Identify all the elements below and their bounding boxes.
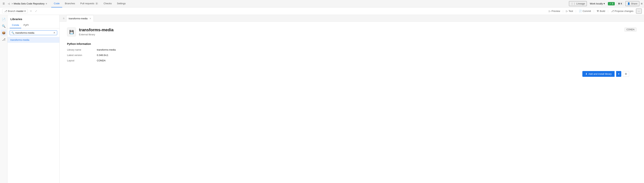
repo-name: Media Sets Code Repository <box>14 2 44 5</box>
more-actions-button[interactable]: ··· <box>636 8 642 13</box>
branch-prefix: Branch <box>8 10 16 12</box>
main-content: ⌂ transforms-media ✕ 💾 transforms-media … <box>60 15 644 183</box>
tab-code[interactable]: Code <box>51 0 62 7</box>
branch-icon: ⎇ <box>4 10 7 12</box>
work-locally-label: Work locally <box>590 2 603 5</box>
preview-label: Preview <box>552 10 560 12</box>
tab-close-icon[interactable]: ✕ <box>90 17 91 20</box>
breadcrumb-separator: > <box>12 2 13 5</box>
library-settings-button[interactable]: ⚙ <box>623 71 629 77</box>
test-label: Test <box>568 10 573 12</box>
merge-icon[interactable]: ⤢ <box>34 9 38 13</box>
build-icon: ⚒ <box>597 10 599 12</box>
info-row-library-name: Library name transforms-media <box>67 48 636 51</box>
latest-version-value: 0.348.0rc1 <box>97 54 108 56</box>
content-tab-bar: ⌂ transforms-media ✕ <box>60 15 644 21</box>
build-button[interactable]: ⚒ Build <box>595 9 607 13</box>
check-count: 8 <box>612 2 613 5</box>
breadcrumb: > Media Sets Code Repository ★ <box>12 2 48 5</box>
share-button[interactable]: 👤 Share <box>626 1 639 6</box>
sidebar-toggle-button[interactable]: ☰ <box>2 1 6 6</box>
tab-pypi[interactable]: PyPI <box>21 22 31 28</box>
pull-requests-badge: 0 <box>95 2 98 5</box>
home-tab[interactable]: ⌂ <box>61 15 66 21</box>
library-title: transforms-media <box>79 27 114 32</box>
libraries-panel: Libraries Conda PyPI 🔍 ✕ transforms-medi… <box>8 15 60 183</box>
content-area: 💾 transforms-media External library COND… <box>67 27 636 62</box>
build-label: Build <box>600 10 605 12</box>
work-locally-button[interactable]: Work locally ▾ <box>588 1 606 6</box>
library-subtitle: External library <box>79 33 114 36</box>
library-tabs: Conda PyPI <box>8 22 60 28</box>
transforms-media-tab[interactable]: transforms-media ✕ <box>66 15 94 22</box>
add-install-button[interactable]: ⬇ Add and install library <box>582 71 614 77</box>
tab-branches[interactable]: Branches <box>62 0 78 7</box>
download-icon: ⬇ <box>585 73 588 75</box>
lineage-label: Lineage <box>576 2 585 5</box>
library-header: 💾 transforms-media External library COND… <box>67 27 636 36</box>
second-bar-actions: ▷ Preview | ▷ Test | 📄 Commit | ⚒ Build … <box>547 8 642 13</box>
add-install-label: Add and install library <box>588 73 612 75</box>
sidebar-icon-search[interactable]: 🔍 <box>1 23 7 29</box>
tab-pull-requests[interactable]: Pull requests 0 <box>78 0 101 7</box>
main-layout: 📄 🔍 📦 ⎇ Libraries Conda PyPI 🔍 ✕ transfo… <box>0 15 644 183</box>
tab-conda[interactable]: Conda <box>10 22 21 28</box>
list-item[interactable]: transforms-media <box>8 37 60 43</box>
share-icon: 👤 <box>627 2 630 5</box>
sidebar-icon-file[interactable]: 📄 <box>1 16 7 22</box>
library-search-input[interactable] <box>16 31 52 34</box>
library-list: transforms-media <box>8 37 60 183</box>
preview-icon: ▷ <box>549 10 551 12</box>
nav-tabs: Code Branches Pull requests 0 Checks Set… <box>51 0 128 7</box>
library-name-label: Library name <box>67 48 97 51</box>
test-button[interactable]: ▷ Test <box>564 9 575 13</box>
branch-name: master <box>16 10 24 12</box>
section-title: Python Information <box>67 42 636 45</box>
sidebar-icon-library[interactable]: 📦 <box>1 30 7 36</box>
info-row-latest-version: Latest version 0.348.0rc1 <box>67 54 636 56</box>
library-icon: 💾 <box>67 27 76 36</box>
cmd-k-button[interactable]: ⌘ K <box>616 2 624 5</box>
lineage-icon: ⋮⋮ <box>571 2 576 5</box>
install-section: ⬇ Add and install library ▾ ⚙ <box>582 71 629 77</box>
search-icon: 🔍 <box>11 31 14 34</box>
add-install-dropdown-button[interactable]: ▾ <box>616 71 621 77</box>
commit-icon: 📄 <box>579 10 582 12</box>
tab-settings[interactable]: Settings <box>114 0 128 7</box>
library-search-box: 🔍 ✕ <box>10 30 57 35</box>
tab-checks[interactable]: Checks <box>101 0 114 7</box>
edit-icon[interactable]: ✏ <box>29 9 33 13</box>
check-badge[interactable]: ✓ 8 <box>608 2 615 5</box>
icon-sidebar: 📄 🔍 📦 ⎇ <box>0 15 8 183</box>
info-row-layout: Layout CONDA <box>67 59 636 62</box>
top-bar-right: ⋮⋮ Lineage Work locally ▾ ✓ 8 ⌘ K 👤 Shar… <box>569 1 642 6</box>
preview-button[interactable]: ▷ Preview <box>547 9 562 13</box>
branch-chevron: ▾ <box>24 10 26 12</box>
top-bar: ☰ ◁ > Media Sets Code Repository ★ Code … <box>0 0 644 7</box>
libraries-title: Libraries <box>8 15 60 22</box>
lineage-button[interactable]: ⋮⋮ Lineage <box>569 1 587 6</box>
star-icon[interactable]: ★ <box>45 2 48 5</box>
layout-label: Layout <box>67 59 97 62</box>
top-bar-left: ☰ ◁ > Media Sets Code Repository ★ Code … <box>2 0 128 7</box>
propose-changes-button[interactable]: ⎇ Propose changes <box>609 9 635 13</box>
share-label: Share <box>631 2 638 5</box>
propose-icon: ⎇ <box>611 10 614 12</box>
overflow-menu-icon[interactable]: ≡ <box>641 2 642 5</box>
commit-label: Commit <box>582 10 591 12</box>
work-locally-chevron: ▾ <box>604 2 605 5</box>
layout-value: CONDA <box>97 59 106 62</box>
test-icon: ▷ <box>566 10 568 12</box>
latest-version-label: Latest version <box>67 54 97 56</box>
clear-search-icon[interactable]: ✕ <box>53 31 56 34</box>
branch-selector-button[interactable]: ⎇ Branch master ▾ <box>2 9 28 13</box>
commit-button[interactable]: 📄 Commit <box>577 9 593 13</box>
conda-badge: CONDA <box>624 27 636 32</box>
check-icon: ✓ <box>609 2 611 5</box>
propose-label: Propose changes <box>614 10 634 12</box>
sidebar-icon-branch[interactable]: ⎇ <box>1 36 7 42</box>
back-button[interactable]: ◁ <box>7 1 11 6</box>
library-title-group: transforms-media External library <box>79 27 114 36</box>
library-name-value: transforms-media <box>97 48 116 51</box>
content-body: 💾 transforms-media External library COND… <box>60 21 644 183</box>
